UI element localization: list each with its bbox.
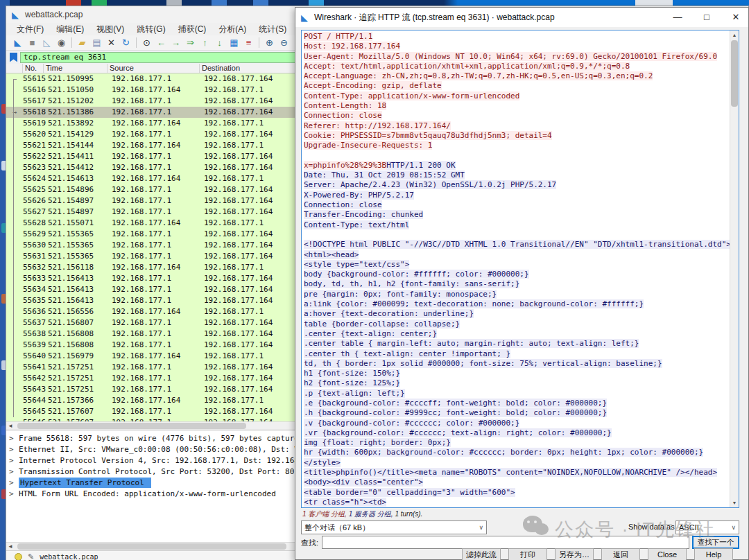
menu-item[interactable]: 文件(F) [10, 24, 50, 35]
client-data: Upgrade-Insecure-Requests: 1 [304, 141, 432, 150]
server-data: <style type="text/css"> [304, 260, 409, 269]
menu-item[interactable]: 统计(S) [252, 24, 293, 35]
back-button[interactable]: 返回 [601, 548, 640, 560]
colorize-icon[interactable]: ≡ [241, 37, 256, 49]
server-data: .center th { text-align: center !importa… [304, 349, 510, 358]
stop-capture-icon[interactable]: ■ [25, 37, 40, 49]
find-input[interactable] [322, 536, 689, 549]
server-data: <title>phpinfo()</title><meta name="ROBO… [304, 468, 717, 477]
packet-source: 192.168.177.1 [107, 406, 200, 417]
maximize-button[interactable]: □ [694, 8, 719, 26]
save-file-icon[interactable]: ▤ [89, 37, 104, 49]
column-no[interactable]: No. [23, 64, 44, 73]
stream-content-area[interactable]: POST / HTTP/1.1Host: 192.168.177.164User… [301, 30, 739, 508]
find-next-button[interactable]: 查找下一个(N) [692, 536, 739, 549]
save-as-button[interactable]: 另存为… [555, 548, 594, 560]
stream-line: hr {width: 600px; background-color: #ccc… [304, 448, 728, 457]
dialog-find-row: 查找: 查找下一个(N) [301, 536, 744, 550]
start-capture-icon[interactable]: ◣ [10, 37, 25, 49]
autoscroll-icon[interactable]: ▦ [227, 37, 241, 49]
packet-no: 55632 [23, 262, 44, 273]
menu-item[interactable]: 捕获(C) [172, 24, 213, 35]
packet-source: 192.168.177.1 [107, 284, 200, 295]
expander-icon[interactable]: > [9, 444, 19, 455]
zoom-in-icon[interactable]: ⊕ [262, 37, 277, 49]
close-button[interactable]: ✕ [723, 8, 748, 26]
expander-icon[interactable]: > [9, 455, 19, 466]
packet-no: 55631 [23, 251, 44, 262]
server-data: table {border-collapse: collapse;} [304, 320, 460, 329]
scroll-thumb[interactable] [17, 543, 286, 550]
server-data: Date: Thu, 31 Oct 2019 08:15:52 GMT [304, 170, 465, 180]
capture-comment-icon[interactable]: ✎ [28, 552, 34, 560]
help-button[interactable]: Help [694, 548, 733, 560]
close-dialog-button[interactable]: Close [648, 548, 687, 560]
follow-stream-dialog: ◣ Wireshark · 追踪 HTTP 流 (tcp.stream eq 3… [295, 7, 749, 560]
reload-icon[interactable]: ↻ [119, 37, 133, 49]
hint-segment: 1 turn(s). [395, 510, 422, 518]
filter-bookmark-icon[interactable] [10, 53, 17, 62]
packet-source: 192.168.177.1 [107, 384, 200, 395]
packet-source: 192.168.177.1 [107, 195, 200, 207]
close-file-icon[interactable]: ✕ [104, 37, 119, 49]
capture-options-icon[interactable]: ◉ [54, 37, 69, 49]
server-data: pre {margin: 0px; font-family: monospace… [304, 290, 497, 299]
stream-line: <table border="0" cellpadding="3" width=… [304, 488, 728, 498]
packet-source: 192.168.177.1 [107, 362, 200, 373]
filter-out-stream-button[interactable]: 滤掉此流 [462, 548, 501, 560]
restart-capture-icon[interactable]: ◺ [40, 37, 54, 49]
packet-time: 521.156413 [44, 295, 107, 306]
expander-icon[interactable]: > [9, 433, 19, 444]
packet-time: 521.156808 [44, 340, 107, 351]
scroll-down-arrow-icon[interactable]: ▼ [730, 498, 739, 507]
go-back-icon[interactable]: ← [154, 37, 169, 49]
go-forward-icon[interactable]: → [169, 37, 183, 49]
packet-no: 55645 [23, 406, 44, 417]
go-top-icon[interactable]: ↑ [198, 37, 212, 49]
packet-no: 55620 [23, 129, 44, 140]
detail-text: Ethernet II, Src: VMware_c0:00:08 (00:50… [19, 445, 308, 454]
server-data: X-Powered-By: PHP/5.2.17 [304, 191, 414, 200]
menu-item[interactable]: 跳转(G) [130, 24, 171, 35]
packet-no: 55638 [23, 329, 44, 340]
packet-source: 192.168.177.164 [107, 85, 200, 96]
stream-line: pre {margin: 0px; font-family: monospace… [304, 290, 728, 299]
expander-icon[interactable]: > [9, 489, 19, 500]
menu-item[interactable]: 视图(V) [90, 24, 130, 35]
scroll-thumb[interactable] [731, 40, 738, 107]
conversation-select[interactable]: 整个对话（67 kB） ∨ [301, 520, 487, 534]
menu-item[interactable]: 分析(A) [212, 24, 252, 35]
scroll-thumb[interactable] [17, 423, 246, 429]
detail-text: Transmission Control Protocol, Src Port:… [19, 467, 308, 476]
stream-vscrollbar[interactable]: ▲ ▼ [730, 30, 739, 507]
stream-line: Accept-Language: zh-CN,zh;q=0.8,zh-TW;q=… [304, 71, 728, 81]
find-packet-icon[interactable]: ⊙ [139, 37, 154, 49]
dialog-title: Wireshark · 追踪 HTTP 流 (tcp.stream eq 363… [314, 12, 661, 24]
main-window-title: webattack.pcap [25, 10, 83, 19]
column-time[interactable]: Time [44, 64, 107, 73]
column-source[interactable]: Source [107, 64, 200, 73]
packet-time: 521.155365 [44, 229, 107, 240]
go-to-packet-icon[interactable]: ⇒ [183, 37, 198, 49]
stream-line: .center th { text-align: center !importa… [304, 349, 728, 359]
scroll-left-arrow-icon[interactable]: ◄ [6, 543, 15, 550]
expert-info-icon[interactable] [15, 553, 22, 560]
dialog-button-row: 滤掉此流打印另存为…返回CloseHelp [462, 548, 733, 560]
scroll-up-arrow-icon[interactable]: ▲ [730, 30, 739, 40]
scroll-left-arrow-icon[interactable]: ◄ [6, 422, 15, 430]
show-data-as-select[interactable]: ASCII ∨ [675, 520, 739, 534]
expander-icon[interactable]: > [9, 478, 19, 489]
minimize-button[interactable]: — [665, 8, 690, 26]
menu-item[interactable]: 编辑(E) [50, 24, 90, 35]
dialog-titlebar[interactable]: ◣ Wireshark · 追踪 HTTP 流 (tcp.stream eq 3… [295, 8, 748, 27]
go-bottom-icon[interactable]: ↓ [212, 37, 227, 49]
packet-time: 521.156808 [44, 329, 107, 340]
expander-icon[interactable]: > [9, 466, 19, 478]
server-data: <body><div class="center"> [304, 478, 423, 487]
print-button[interactable]: 打印 [508, 548, 547, 560]
stream-line: User-Agent: Mozilla/5.0 (Windows NT 10.0… [304, 52, 728, 62]
zoom-out-icon[interactable]: ⊖ [277, 37, 291, 49]
packet-no: 55615 [23, 73, 44, 85]
open-file-icon[interactable]: ▰ [75, 37, 89, 49]
column-indicator[interactable] [6, 64, 23, 73]
